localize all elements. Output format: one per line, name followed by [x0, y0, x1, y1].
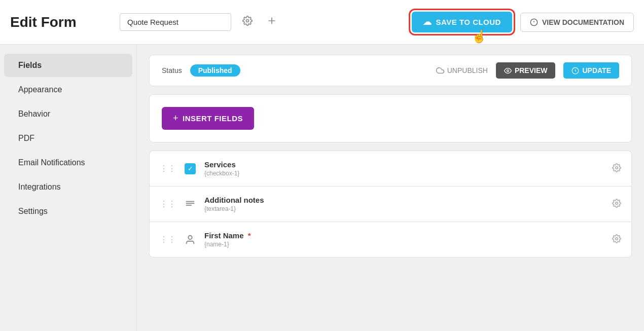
preview-button[interactable]: PREVIEW — [496, 62, 556, 79]
field-key: {checkbox-1} — [204, 170, 605, 177]
insert-fields-button[interactable]: + INSERT FIELDS — [162, 107, 254, 130]
field-settings-button[interactable] — [612, 163, 621, 174]
svg-point-8 — [616, 166, 618, 169]
cloud-upload-icon: ☁ — [423, 17, 432, 27]
drag-handle-icon[interactable]: ⋮⋮ — [160, 199, 176, 209]
field-name: Additional notes — [204, 196, 605, 204]
svg-point-13 — [188, 235, 192, 239]
add-icon-button[interactable] — [264, 13, 280, 31]
view-documentation-button[interactable]: VIEW DOCUMENTATION — [520, 13, 634, 32]
status-bar: Status Published UNPUBLISH PREVIEW — [149, 55, 632, 86]
field-settings-button[interactable] — [612, 199, 621, 210]
required-indicator: * — [248, 231, 251, 240]
sidebar-item-fields[interactable]: Fields — [4, 54, 132, 77]
form-name-input[interactable] — [120, 13, 231, 31]
sidebar-item-pdf[interactable]: PDF — [4, 127, 132, 150]
plus-icon: + — [173, 113, 178, 124]
sidebar-item-settings[interactable]: Settings — [4, 200, 132, 223]
svg-point-12 — [616, 202, 618, 204]
svg-point-6 — [507, 69, 509, 71]
field-key: {textarea-1} — [204, 205, 605, 212]
textarea-field-icon — [183, 197, 197, 211]
sidebar: Fields Appearance Behavior PDF Email Not… — [0, 45, 137, 331]
field-key: {name-1} — [204, 241, 605, 248]
sidebar-item-appearance[interactable]: Appearance — [4, 78, 132, 101]
update-button[interactable]: UPDATE — [563, 62, 619, 79]
insert-fields-section: + INSERT FIELDS — [149, 94, 632, 142]
sidebar-item-email-notifications[interactable]: Email Notifications — [4, 151, 132, 174]
field-settings-button[interactable] — [612, 234, 621, 245]
person-field-icon — [183, 233, 197, 247]
table-row: ⋮⋮ Additional notes {textarea-1} — [149, 186, 632, 222]
drag-handle-icon[interactable]: ⋮⋮ — [160, 235, 176, 244]
field-name: Services — [204, 160, 605, 169]
fields-list: ⋮⋮ ✓ Services {checkbox-1} — [149, 151, 632, 258]
settings-icon-button[interactable] — [239, 13, 256, 31]
status-label: Status — [162, 66, 182, 75]
save-to-cloud-button[interactable]: ☁ SAVE TO CLOUD — [412, 12, 512, 32]
status-badge: Published — [190, 64, 240, 77]
sidebar-item-behavior[interactable]: Behavior — [4, 102, 132, 126]
checkbox-field-icon: ✓ — [183, 162, 197, 176]
drag-handle-icon[interactable]: ⋮⋮ — [160, 164, 176, 173]
table-row: ⋮⋮ First Name * {name-1} — [149, 222, 632, 258]
sidebar-item-integrations[interactable]: Integrations — [4, 175, 132, 199]
page-title: Edit Form — [10, 14, 112, 30]
svg-point-0 — [246, 20, 249, 22]
unpublish-button[interactable]: UNPUBLISH — [436, 66, 488, 75]
field-name: First Name * — [204, 231, 605, 240]
svg-point-14 — [616, 237, 618, 240]
table-row: ⋮⋮ ✓ Services {checkbox-1} — [149, 151, 632, 186]
content-area: Status Published UNPUBLISH PREVIEW — [137, 45, 644, 331]
